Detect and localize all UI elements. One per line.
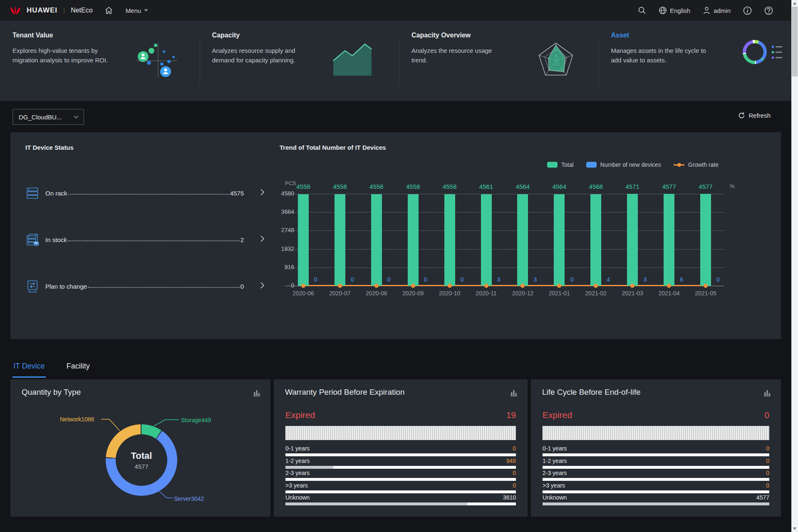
user-menu[interactable]: admin <box>703 6 731 15</box>
total-bar[interactable] <box>700 194 711 286</box>
new-devices-label: 0 <box>424 276 427 283</box>
stat-row-bar <box>285 502 516 505</box>
scroll-down-icon[interactable] <box>791 525 798 532</box>
chevron-down-icon <box>74 115 79 119</box>
nav-divider: | <box>63 7 65 14</box>
total-bar[interactable] <box>664 194 674 286</box>
growth-rate-point[interactable] <box>338 284 342 288</box>
tab-facility[interactable]: Facility <box>66 359 91 378</box>
growth-rate-point[interactable] <box>448 284 452 288</box>
scroll-up-icon[interactable] <box>791 0 798 7</box>
stat-row-line: Unknown4577 <box>543 494 769 501</box>
site-selector-dropdown[interactable]: DG_CloudBU... <box>12 109 84 125</box>
help-button[interactable] <box>764 6 773 15</box>
card-title: Capacity <box>212 32 389 39</box>
growth-rate-point[interactable] <box>594 284 598 288</box>
bar-chart-toggle-icon[interactable] <box>763 388 772 398</box>
refresh-button[interactable]: Refresh <box>738 112 771 119</box>
total-bar[interactable] <box>627 194 638 286</box>
search-button[interactable] <box>638 6 646 15</box>
growth-rate-point[interactable] <box>704 284 708 288</box>
y-axis-tick-left: 916 <box>275 264 294 270</box>
stat-row-bar <box>543 453 769 456</box>
card-description: Analyzes the resource usage trend. <box>411 46 509 65</box>
growth-rate-point[interactable] <box>667 284 671 288</box>
stat-row-label: 1-2 years <box>543 458 567 464</box>
bar-chart-toggle-icon[interactable] <box>510 388 518 398</box>
bar-value-label: 4568 <box>579 183 612 190</box>
total-bar[interactable] <box>371 194 382 286</box>
status-row-plan-to-change[interactable]: Plan to change 0 <box>25 280 264 293</box>
total-bar[interactable] <box>444 194 455 286</box>
status-value: 4575 <box>230 190 244 197</box>
growth-rate-point[interactable] <box>484 284 488 288</box>
donut-label-server: Server3042 <box>174 495 204 502</box>
expired-striped-bar <box>543 426 769 440</box>
card-capacity[interactable]: Capacity Analyzes resource supply and de… <box>200 21 399 101</box>
stat-row-line: Unknown3610 <box>285 494 516 501</box>
total-bar[interactable] <box>408 194 419 286</box>
home-button[interactable] <box>104 6 113 15</box>
radar-chart-icon <box>532 39 580 84</box>
home-icon <box>104 6 113 15</box>
stat-row-label: 1-2 years <box>285 458 310 464</box>
chevron-right-icon[interactable] <box>260 189 264 197</box>
total-bar[interactable] <box>481 194 492 286</box>
card-tenant-value[interactable]: Tenant Value Explores high-value tenants… <box>0 21 200 101</box>
area-chart-icon <box>331 39 380 79</box>
card-capacity-overview[interactable]: Capacity Overview Analyzes the resource … <box>399 21 599 101</box>
quantity-donut-chart[interactable]: Total 4577 <box>106 424 177 496</box>
total-bar[interactable] <box>298 194 309 286</box>
total-bar[interactable] <box>517 194 528 286</box>
bar-chart-toggle-icon[interactable] <box>253 388 261 398</box>
growth-rate-point[interactable] <box>411 284 415 288</box>
menu-button[interactable]: Menu <box>126 7 149 14</box>
panel-title: Warranty Period Before Expiration <box>285 388 405 397</box>
growth-rate-point[interactable] <box>630 284 634 288</box>
legend-item-number-of-new-devices[interactable]: Number of new devices <box>586 161 661 168</box>
stat-row-line: >3 years0 <box>543 482 769 489</box>
card-asset[interactable]: Asset Manages assets in the life cycle t… <box>599 21 798 101</box>
scrollbar-thumb[interactable] <box>792 7 798 77</box>
dotted-leader <box>68 238 240 242</box>
new-devices-label: 0 <box>314 276 317 283</box>
donut-label-network: Network1086 <box>60 416 94 423</box>
x-axis-label: 2020-11 <box>468 290 505 297</box>
bar-value-label: 4558 <box>323 183 357 190</box>
card-title: Tenant Value <box>12 32 189 39</box>
total-bar[interactable] <box>590 194 601 286</box>
page-scrollbar[interactable] <box>791 0 798 532</box>
language-selector[interactable]: English <box>659 6 690 15</box>
tab-it-device[interactable]: IT Device <box>12 359 46 378</box>
legend-item-growth-rate[interactable]: Growth rate <box>674 161 719 168</box>
x-axis-label: 2021-03 <box>614 290 651 297</box>
swap-icon <box>25 280 40 293</box>
total-bar[interactable] <box>335 194 345 286</box>
gridline <box>285 194 724 194</box>
expired-value: 0 <box>764 410 769 420</box>
status-row-in-stock[interactable]: In stock 2 <box>25 233 264 246</box>
growth-rate-point[interactable] <box>301 284 305 288</box>
stat-row-line: 1-2 years948 <box>285 458 516 464</box>
chevron-right-icon[interactable] <box>260 235 264 244</box>
stat-row-value: 3610 <box>503 494 516 501</box>
stat-row-value: 0 <box>766 445 769 452</box>
stat-row: 2-3 years0 <box>543 470 769 482</box>
growth-rate-point[interactable] <box>374 284 379 288</box>
top-navbar: HUAWEI | NetEco Menu English admin <box>0 0 798 21</box>
stat-row-line: 1-2 years0 <box>543 458 769 464</box>
trend-chart-title: Trend of Total Number of IT Devices <box>280 144 386 151</box>
info-button[interactable] <box>743 6 752 15</box>
total-bar[interactable] <box>554 194 565 286</box>
growth-rate-point[interactable] <box>557 284 561 288</box>
x-axis-label: 2020-06 <box>285 290 322 297</box>
huawei-logo-icon <box>10 5 21 15</box>
status-value: 2 <box>240 236 244 243</box>
growth-rate-point[interactable] <box>520 284 525 288</box>
gridline <box>285 212 724 213</box>
chevron-right-icon[interactable] <box>260 282 264 290</box>
card-description: Explores high-value tenants by migration… <box>12 46 110 65</box>
y-axis-tick-left: 4580 <box>275 190 294 197</box>
legend-item-total[interactable]: Total <box>547 161 574 168</box>
status-row-on-rack[interactable]: On rack 4575 <box>25 186 264 200</box>
